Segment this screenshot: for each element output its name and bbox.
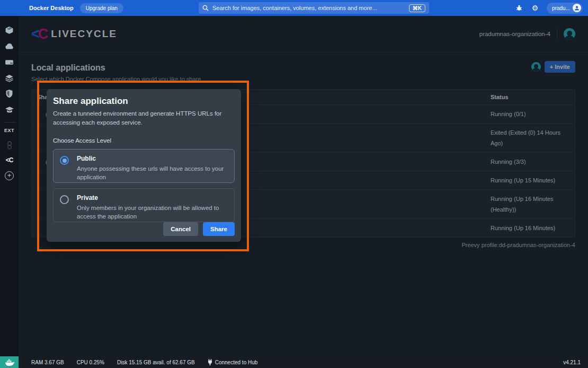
disk-stat: Disk 15.15 GB avail. of 62.67 GB: [117, 360, 195, 365]
cloud-icon[interactable]: [5, 41, 14, 51]
radio-unselected-icon[interactable]: [60, 195, 69, 204]
option-label: Public: [77, 155, 228, 162]
option-description: Only members in your organization will b…: [77, 204, 228, 221]
access-option-public[interactable]: Public Anyone possessing these urls will…: [53, 149, 235, 183]
radio-selected-icon[interactable]: [60, 156, 69, 165]
add-extension-icon[interactable]: +: [5, 171, 14, 180]
containers-icon[interactable]: [5, 25, 14, 35]
cancel-button[interactable]: Cancel: [163, 222, 198, 236]
cpu-stat: CPU 0.25%: [77, 360, 104, 365]
search-shortcut-badge: ⌘K: [409, 4, 425, 12]
docker-sidebar: EXT <C +: [0, 16, 19, 356]
option-description: Anyone possessing these urls will have a…: [77, 164, 228, 181]
search-icon: [202, 5, 209, 11]
scout-shield-icon[interactable]: [5, 89, 14, 99]
option-label: Private: [77, 194, 228, 201]
extension-icon[interactable]: [5, 141, 14, 150]
version-label: v4.21.1: [563, 360, 581, 365]
modal-title: Share application: [53, 96, 235, 107]
sidebar-divider: [4, 122, 15, 122]
docker-whale-icon[interactable]: [0, 356, 19, 368]
access-level-label: Choose Access Level: [53, 137, 235, 144]
livecycle-extension-icon[interactable]: <C: [6, 156, 13, 164]
search-placeholder: Search for images, containers, volumes, …: [212, 5, 409, 11]
volumes-icon[interactable]: [5, 57, 14, 67]
share-application-modal: Share application Create a tunneled envi…: [47, 89, 241, 242]
extensions-section-label: EXT: [4, 128, 14, 133]
hub-status-label: Connected to Hub: [215, 360, 258, 365]
bug-icon[interactable]: [515, 4, 523, 12]
user-menu-label: pradu...: [552, 5, 570, 11]
share-button[interactable]: Share: [203, 222, 235, 236]
global-search-input[interactable]: Search for images, containers, volumes, …: [199, 2, 429, 14]
access-option-private[interactable]: Private Only members in your organizatio…: [53, 188, 235, 222]
status-bar: RAM 3.67 GB CPU 0.25% Disk 15.15 GB avai…: [0, 356, 588, 368]
dev-environments-icon[interactable]: [5, 73, 14, 83]
gear-icon[interactable]: ⚙: [531, 4, 539, 12]
top-bar: Docker Desktop Upgrade plan Search for i…: [0, 0, 588, 16]
user-avatar-icon: [573, 4, 581, 12]
upgrade-plan-button[interactable]: Upgrade plan: [80, 3, 123, 13]
docker-desktop-window: Docker Desktop Upgrade plan Search for i…: [0, 0, 588, 368]
app-title: Docker Desktop: [29, 5, 74, 11]
modal-description: Create a tunneled environment and genera…: [53, 109, 236, 127]
ram-stat: RAM 3.67 GB: [31, 360, 64, 365]
user-menu-button[interactable]: pradu...: [547, 3, 583, 14]
livecycle-extension-view: <C LIVECYCLE pradumnas-organization-4 Lo…: [19, 16, 588, 356]
learning-center-icon[interactable]: [5, 105, 14, 115]
plug-icon: [208, 359, 212, 365]
